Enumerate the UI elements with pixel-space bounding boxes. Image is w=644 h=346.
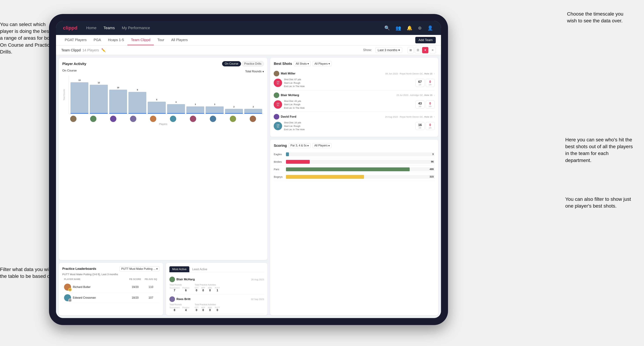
arg-col-2: ARG 0 — [208, 307, 212, 312]
scoring-bar-value: 315 — [430, 175, 434, 178]
chart-bar: 5 — [148, 102, 166, 114]
practice-lbl: Practice — [182, 287, 189, 289]
bar-highlight — [128, 113, 146, 114]
shots-filter-btn[interactable]: All Shots ▾ — [294, 61, 311, 66]
lb-score-2: 18/20 — [128, 296, 142, 299]
heart-view-btn[interactable]: ♥ — [422, 47, 428, 53]
rounds-group-2: Total Rounds Tournament 8 Practice — [170, 303, 189, 312]
practice-col-2: Practice 4 — [182, 307, 189, 312]
chevron-down-icon-drill: ▾ — [156, 267, 158, 271]
tablet-frame: clippd Home Teams My Performance 🔍 👥 🔔 ⊕… — [49, 14, 448, 325]
lb-name-2: Edward Crossman — [73, 296, 126, 299]
putt-val: 1 — [215, 289, 220, 292]
shot-stats-2: 43 yds 0 yds — [416, 100, 435, 109]
scoring-category-label: Pars — [274, 168, 284, 171]
shot-item-2: Blair McHarg 23 Jul 2023 · Ashridge GC, … — [274, 90, 435, 112]
chart-bar: 2 — [244, 109, 262, 114]
practice-title: Practice Leaderboards — [62, 267, 96, 271]
scoring-rows: Eagles3Birdies96Pars499Bogeys315 — [274, 151, 435, 181]
chevron-down-icon-par: ▾ — [307, 144, 309, 147]
player-avatar — [70, 116, 76, 122]
add-team-button[interactable]: Add Team — [415, 37, 436, 43]
nav-teams[interactable]: Teams — [104, 26, 115, 30]
people-icon[interactable]: 👥 — [394, 24, 402, 32]
shot-course-2: 23 Jul 2023 · Ashridge GC, Hole 15 — [396, 94, 432, 96]
total-rounds-label: Total Rounds — [170, 284, 189, 286]
view-icons: ⊞ ☰ ♥ ≡ — [408, 47, 436, 53]
tab-pgat-players[interactable]: PGAT Players — [61, 35, 90, 45]
tab-tour[interactable]: Tour — [154, 35, 168, 45]
drill-selector[interactable]: PUTT Must Make Putting ... ▾ — [119, 266, 160, 271]
bar-value: 3 — [195, 103, 196, 105]
most-active-card: Most Active Least Active Blair McHarg 26… — [166, 263, 268, 315]
app-val: 0 — [201, 289, 205, 292]
active-avatar-2 — [170, 296, 175, 302]
user-avatar-icon[interactable]: 👤 — [426, 24, 434, 32]
rounds-cols: Tournament 7 Practice 6 — [170, 287, 189, 292]
leaderboard-row: 2 Edward Crossman 18/20 107 — [62, 293, 160, 303]
shot-expand-icon-2[interactable]: › — [434, 94, 435, 97]
tournament-col-2: Tournament 8 — [170, 307, 180, 312]
players-filter-btn[interactable]: All Players ▾ — [312, 61, 332, 66]
gtt-col-2: GTT 0 — [194, 307, 198, 312]
stat-remain-1: 0 yds — [426, 79, 435, 87]
tablet-screen: clippd Home Teams My Performance 🔍 👥 🔔 ⊕… — [56, 21, 441, 318]
shot-stats-3: 16 yds 0 yds — [416, 122, 435, 130]
shot-course-3: 24 Aug 2023 · Royal North Devon GC, Hole… — [385, 116, 432, 118]
scoring-category-label: Birdies — [274, 160, 284, 163]
shot-player-row-2: Blair McHarg 23 Jul 2023 · Ashridge GC, … — [274, 92, 435, 98]
add-circle-icon[interactable]: ⊕ — [417, 24, 423, 32]
period-selector[interactable]: Last 3 months ▾ — [376, 47, 402, 53]
least-active-tab[interactable]: Least Active — [189, 266, 210, 272]
settings-view-btn[interactable]: ≡ — [430, 47, 436, 53]
active-player-1: Blair McHarg 26 Aug 2023 Total Rounds To… — [170, 275, 264, 294]
scoring-bar-wrap: 315 — [286, 175, 435, 179]
activity-toggles: On Course Practice Drills — [222, 61, 264, 66]
bell-icon[interactable]: 🔔 — [406, 24, 413, 32]
practice-col: Practice 6 — [182, 287, 189, 292]
edit-team-icon[interactable]: ✏️ — [101, 48, 106, 52]
most-active-tab[interactable]: Most Active — [170, 266, 189, 272]
app-val-2: 0 — [201, 309, 205, 312]
search-icon[interactable]: 🔍 — [383, 24, 391, 32]
active-name-2: Rees Britt — [176, 297, 250, 301]
par-filter-btn[interactable]: Par 3, 4 & 5s ▾ — [288, 143, 311, 148]
scoring-bar — [286, 160, 310, 164]
bar-highlight — [167, 113, 185, 114]
putt-lbl-2: PUTT — [215, 307, 220, 309]
arg-lbl: ARG — [208, 287, 212, 289]
nav-home[interactable]: Home — [86, 26, 96, 30]
tournament-lbl-2: Tournament — [170, 307, 180, 309]
tab-pga[interactable]: PGA — [90, 35, 104, 45]
show-controls: Show: Last 3 months ▾ ⊞ ☰ ♥ ≡ — [363, 47, 436, 53]
best-shots-header: Best Shots All Shots ▾ All Players ▾ — [274, 61, 435, 66]
list-view-btn[interactable]: ☰ — [415, 47, 421, 53]
tab-all-players[interactable]: All Players — [168, 35, 191, 45]
chart-bar: 10 — [109, 90, 127, 114]
practice-header: Practice Leaderboards PUTT Must Make Put… — [62, 266, 160, 271]
total-practice-label-2: Total Practice Activities — [194, 303, 220, 306]
shot-expand-icon-3[interactable]: › — [434, 115, 435, 118]
shot-expand-icon-1[interactable]: › — [434, 72, 435, 75]
tab-team-clippd[interactable]: Team Clippd — [128, 35, 154, 45]
lb-avg-1: 110 — [144, 286, 158, 289]
bar-value: 12 — [98, 82, 100, 84]
rounds-group: Total Rounds Tournament 7 Practice — [170, 284, 189, 292]
all-players-filter-btn[interactable]: All Players ▾ — [312, 143, 332, 148]
nav-my-performance[interactable]: My Performance — [122, 26, 150, 30]
practice-drills-toggle[interactable]: Practice Drills — [242, 61, 264, 66]
metric-selector[interactable]: Total Rounds ▾ — [245, 70, 264, 73]
shot-stats-1: 67 yds 0 yds — [416, 79, 435, 87]
bar-highlight — [148, 113, 166, 114]
tab-hcaps[interactable]: Hcaps 1-5 — [104, 35, 128, 45]
bar-chart: 1312109543322 — [68, 75, 264, 114]
scoring-bar-value: 499 — [430, 168, 434, 171]
chart-bar: 13 — [70, 82, 88, 114]
on-course-toggle[interactable]: On Course — [222, 61, 241, 66]
arg-val: 0 — [208, 289, 212, 292]
stat-dist-2: 43 yds — [416, 100, 424, 109]
shot-badge-3: 198 SG — [274, 122, 282, 130]
grid-view-btn[interactable]: ⊞ — [408, 47, 414, 53]
chart-bar: 3 — [186, 106, 204, 114]
annotation-filter-shots: You can also filter to show just one pla… — [565, 196, 635, 209]
